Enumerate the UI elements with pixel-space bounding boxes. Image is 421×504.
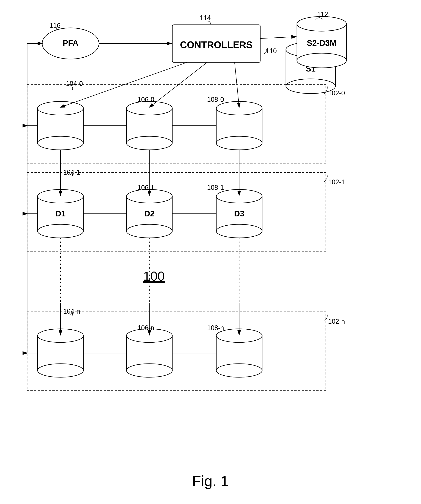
ctrl-to-s2d3m-arrow xyxy=(260,37,296,38)
ref-106-1-label: 106-1 xyxy=(137,184,154,191)
cyl-106-0-bot xyxy=(126,136,172,150)
ref-102-0-label: 102-0 xyxy=(328,89,345,97)
cyl-106-n-bot xyxy=(126,364,172,377)
diagram: CONTROLLERS 114 PFA 116 S1 S2-D3M 112 11… xyxy=(0,0,421,504)
cyl-d3-bot xyxy=(216,224,262,238)
d3-label: D3 xyxy=(234,209,244,218)
cyl-104-0-bot xyxy=(38,136,83,150)
s2d3m-label: S2-D3M xyxy=(307,38,336,48)
s2d3m-bottom xyxy=(297,53,346,68)
cyl-104-0-top xyxy=(38,102,83,115)
ref-108-0-label: 108-0 xyxy=(207,96,224,103)
cyl-108-0-top xyxy=(216,102,262,115)
cyl-104-n-bot xyxy=(38,364,83,377)
ref-114-label: 114 xyxy=(200,14,211,22)
cyl-106-0-top xyxy=(126,102,172,115)
ref-102-n-label: 102-n xyxy=(328,318,345,325)
fig-label: Fig. 1 xyxy=(192,473,229,489)
ctrl-to-106-0 xyxy=(149,62,207,107)
controllers-label: CONTROLLERS xyxy=(180,39,253,50)
d2-label: D2 xyxy=(144,209,154,218)
ref-104-0-label: 104-0 xyxy=(66,80,83,87)
cyl-108-0-bot xyxy=(216,136,262,150)
ref-104-n-label: 104-n xyxy=(63,308,80,315)
s2d3m-top xyxy=(297,17,346,31)
ref-108-1-label: 108-1 xyxy=(207,184,224,191)
ctrl-to-108-0 xyxy=(235,62,239,107)
pfa-label: PFA xyxy=(63,38,78,48)
ref-112-label: 112 xyxy=(317,11,328,18)
ref-100-label: 100 xyxy=(143,269,165,283)
ref-102-1-label: 102-1 xyxy=(328,178,345,186)
ref-106-n-label: 106-n xyxy=(137,324,154,332)
ref-104-1-label: 104-1 xyxy=(63,168,80,176)
cyl-d2-bot xyxy=(126,224,172,238)
cyl-108-n-bot xyxy=(216,364,262,377)
ref-110-label: 110 xyxy=(266,47,277,55)
d1-label: D1 xyxy=(55,209,66,218)
ref-108-n-label: 108-n xyxy=(207,324,224,332)
ref-106-0-label: 106-0 xyxy=(137,96,154,103)
cyl-d1-bot xyxy=(38,224,83,238)
ref-116-label: 116 xyxy=(49,22,60,29)
